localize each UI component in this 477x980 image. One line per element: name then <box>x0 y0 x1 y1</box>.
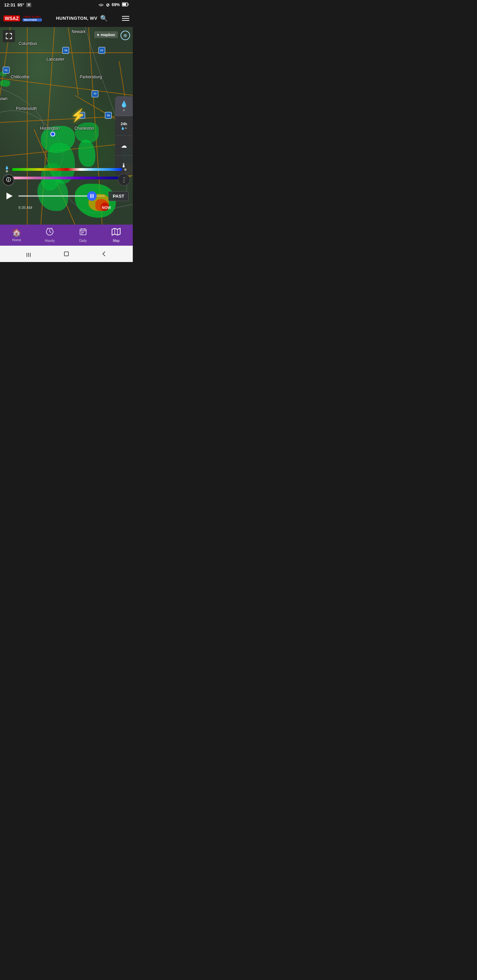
mapbox-logo: ● mapbox <box>94 31 118 38</box>
city-lancaster: Lancaster <box>47 57 65 62</box>
city-parkersburg: Parkersburg <box>80 75 102 79</box>
legend-row-1: 💧❄ ❄ <box>3 166 129 173</box>
battery-percent: 69% <box>112 2 120 7</box>
temperature-display: 85° <box>18 2 24 8</box>
city-charleston: Charleston <box>74 126 94 130</box>
logo-text: FIRST ALERT WEATHER <box>22 15 42 21</box>
interstate-70: 70 <box>62 47 69 54</box>
nav-hourly-label: Hourly <box>45 239 55 243</box>
play-button[interactable] <box>4 191 15 202</box>
search-icon[interactable]: 🔍 <box>100 14 108 22</box>
panel-precipitation[interactable]: 💧 ❄ <box>115 96 133 116</box>
panel-clouds[interactable]: ☁ <box>115 136 133 156</box>
thumb-lines <box>90 194 94 198</box>
nav-daily[interactable]: Daily <box>73 226 93 244</box>
time-label-row: 9:35 AM NOW <box>18 205 129 210</box>
interstate-77-mid: 77 <box>92 91 98 97</box>
location-text: HUNTINGTON, WV <box>56 16 97 21</box>
daily-icon <box>79 228 87 238</box>
close-icon: ✕ <box>26 3 31 7</box>
channel-number: WSAZ <box>5 16 19 21</box>
status-bar: 12:31 85° ✕ ⊘ 69% <box>0 0 133 10</box>
home-system-button[interactable] <box>63 251 69 257</box>
logo-box: WSAZ <box>3 15 20 21</box>
svg-rect-28 <box>64 252 69 256</box>
nav-home[interactable]: 🏠 Home <box>6 227 27 243</box>
svg-line-8 <box>0 116 133 123</box>
legend-rain-icon: 💧❄ <box>3 166 10 173</box>
svg-rect-21 <box>83 232 84 233</box>
nav-map-label: Map <box>113 239 120 243</box>
nav-map[interactable]: Map <box>106 226 126 244</box>
info-button[interactable]: ⓘ <box>3 174 14 186</box>
first-alert-label: FIRST ALERT <box>22 15 42 18</box>
city-own: own <box>0 96 8 101</box>
svg-rect-20 <box>81 232 82 233</box>
nav-hourly[interactable]: Hourly <box>40 226 60 244</box>
svg-line-13 <box>68 27 78 95</box>
mapbox-text: mapbox <box>101 33 115 37</box>
nav-home-label: Home <box>12 238 21 242</box>
city-huntington: Huntington <box>40 126 60 130</box>
app-header: WSAZ FIRST ALERT WEATHER HUNTINGTON, WV … <box>0 10 133 27</box>
svg-line-7 <box>0 78 133 95</box>
block-icon: ⊘ <box>106 2 110 8</box>
map-view[interactable]: Newark Columbus Lancaster Chillicothe Pa… <box>0 27 133 224</box>
svg-line-9 <box>0 143 133 156</box>
time-start-label: 9:35 AM <box>18 205 32 210</box>
bottom-navigation: 🏠 Home Hourly Daily <box>0 224 133 246</box>
expand-map-button[interactable] <box>3 30 15 42</box>
rain-snow-icon: 💧 <box>120 100 128 108</box>
back-system-button[interactable] <box>101 251 107 257</box>
app-logo: WSAZ FIRST ALERT WEATHER <box>3 15 42 21</box>
city-chillicothe: Chillicothe <box>11 75 29 79</box>
interstate-71: 71 <box>3 67 10 73</box>
past-button[interactable]: PAST <box>108 191 129 201</box>
header-right <box>122 16 129 21</box>
battery-icon <box>122 2 129 8</box>
progress-track[interactable] <box>18 195 105 197</box>
legend-gradient-1 <box>12 168 122 171</box>
time-display: 12:31 <box>4 2 15 8</box>
city-newark: Newark <box>72 29 86 34</box>
center-location-button[interactable]: ⊕ <box>121 30 130 40</box>
interstate-77-ne: 77 <box>98 47 105 54</box>
24h-icons: 💧❄ <box>121 127 127 130</box>
location-display[interactable]: HUNTINGTON, WV 🔍 <box>56 14 108 22</box>
city-portsmouth: Portsmouth <box>16 106 37 111</box>
legend-gradient-2 <box>12 177 122 179</box>
radar-legend: 💧❄ ❄ 💧❄ ❄ <box>0 164 133 184</box>
cloud-icon: ☁ <box>121 142 127 150</box>
progress-thumb[interactable] <box>87 191 97 201</box>
status-right: ⊘ 69% <box>98 2 129 8</box>
weather-label: WEATHER <box>22 18 42 21</box>
interstate-79: 79 <box>105 112 112 119</box>
svg-rect-1 <box>128 3 129 5</box>
city-columbus: Columbus <box>19 41 37 46</box>
map-icon <box>112 228 121 238</box>
progress-fill <box>18 195 92 197</box>
24h-label: 24h <box>121 122 127 126</box>
home-icon: 🏠 <box>12 228 21 237</box>
lightning-icon: ⚡ <box>70 108 86 123</box>
panel-24h[interactable]: 24h 💧❄ <box>115 116 133 136</box>
wifi-icon <box>98 2 104 8</box>
hourly-icon <box>46 228 54 238</box>
legend-row-2: 💧❄ ❄ <box>3 174 129 182</box>
more-options-button[interactable]: ⋮ <box>118 173 130 186</box>
system-nav-bar <box>0 246 133 262</box>
play-triangle-icon <box>6 192 13 199</box>
svg-rect-22 <box>81 233 82 234</box>
time-now-label: NOW <box>102 205 111 210</box>
playback-controls: PAST <box>0 188 133 204</box>
recent-apps-button[interactable] <box>26 251 32 257</box>
legend-snow-icon: ❄ <box>124 168 129 172</box>
nav-daily-label: Daily <box>79 239 87 243</box>
status-left: 12:31 85° ✕ <box>4 2 31 8</box>
menu-button[interactable] <box>122 16 129 21</box>
svg-rect-2 <box>123 3 126 5</box>
